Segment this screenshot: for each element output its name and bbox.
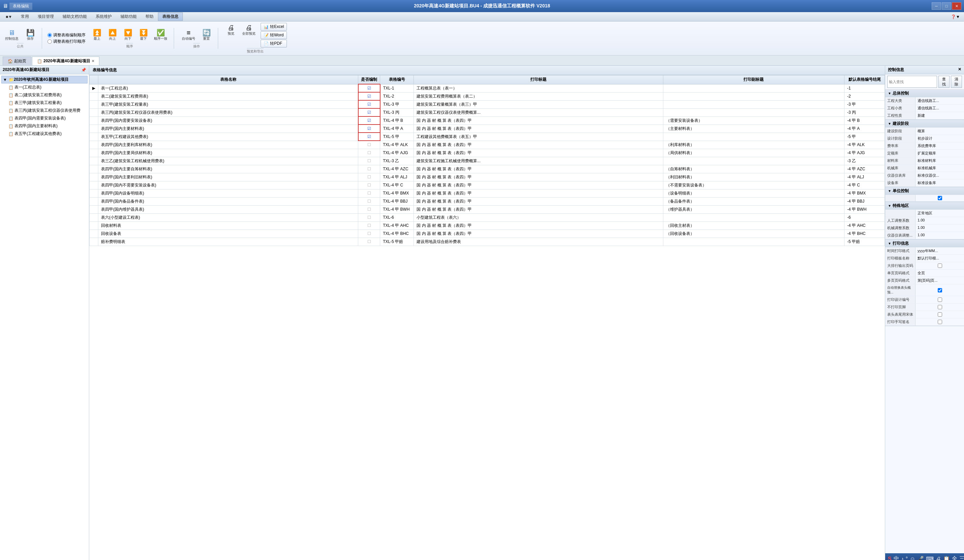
- prop-value-machine-lib[interactable]: 标准机械库: [915, 165, 964, 172]
- table-row[interactable]: 表二(建筑安装工程费用表) ☑ TXL-2 建筑安装工程费用概算表（表二） -2: [90, 92, 885, 100]
- maximize-button[interactable]: □: [942, 2, 951, 10]
- prop-value-design-stage[interactable]: 初步设计: [915, 135, 964, 142]
- prop-value-time-format[interactable]: yyyy年MM...: [915, 247, 964, 255]
- close-button[interactable]: ✕: [952, 2, 961, 10]
- row-checked[interactable]: ☐: [358, 149, 380, 157]
- prop-value-signature-cb[interactable]: [915, 318, 964, 325]
- refresh-button[interactable]: 🔄 重置: [199, 28, 214, 42]
- icon-keyboard[interactable]: ⌨: [926, 556, 934, 560]
- auto-replace-checkbox[interactable]: [938, 288, 942, 292]
- row-checked[interactable]: ☑: [358, 84, 380, 92]
- row-checked[interactable]: ☑: [358, 100, 380, 108]
- prop-value-no-footer-cb[interactable]: [915, 304, 964, 311]
- prop-value-labor-coef[interactable]: 1.00: [915, 217, 964, 224]
- table-row[interactable]: 表四甲(国内备品备件表) ☐ TXL-4 甲 BBJ 国 内 器 材 概 算 表…: [90, 197, 885, 205]
- radio-edit-order[interactable]: 调整表格编制顺序: [47, 32, 86, 38]
- table-row[interactable]: 表四甲(国内需要安装设备表) ☑ TXL-4 甲 B 国 内 器 材 概 算 表…: [90, 117, 885, 125]
- prop-value-songti-cb[interactable]: [915, 311, 964, 318]
- prop-value-fee-lib[interactable]: 系统费率库: [915, 142, 964, 149]
- tree-item-6[interactable]: 📋 表五甲(工程建设其他费表): [2, 130, 88, 138]
- prop-value-print-design-cb[interactable]: [915, 296, 964, 303]
- table-container[interactable]: 表格名称 是否编制 表格编号 打印标题 打印副标题 默认表格编号结尾 ▶ 表一(…: [89, 75, 885, 560]
- prop-value-project-nature[interactable]: 新建: [915, 112, 964, 119]
- print-design-checkbox[interactable]: [938, 297, 942, 302]
- table-row[interactable]: ▶ 表一(工程总表) ☑ TXL-1 工程概算总表（表一） -1: [90, 84, 885, 92]
- tree-item-0[interactable]: 📋 表一(工程总表): [2, 83, 88, 91]
- row-checked[interactable]: ☑: [358, 117, 380, 125]
- preview-button[interactable]: 🖨 预览: [223, 23, 238, 37]
- menu-system[interactable]: 系统维护: [91, 13, 116, 21]
- tree-item-5[interactable]: 📋 表四甲(国内主要材料表): [2, 122, 88, 130]
- tree-item-1[interactable]: 📋 表二(建筑安装工程费用表): [2, 91, 88, 99]
- icon-face[interactable]: ☺: [910, 556, 915, 560]
- signature-checkbox[interactable]: [938, 320, 942, 324]
- icon-full[interactable]: 全: [952, 555, 957, 560]
- prop-value-project-minor[interactable]: 通信线路工...: [915, 105, 964, 112]
- export-excel-button[interactable]: 📊转Excel: [261, 23, 287, 31]
- section-unit-header[interactable]: ▼ 单位控制: [885, 187, 964, 195]
- songti-checkbox[interactable]: [938, 312, 942, 317]
- row-checked[interactable]: ☐: [358, 181, 380, 189]
- unit-checkbox[interactable]: [938, 196, 942, 200]
- prop-value-auto-replace-cb[interactable]: [915, 284, 964, 296]
- prop-value-machine-coef[interactable]: 1.00: [915, 224, 964, 232]
- icon-menu[interactable]: 三: [959, 555, 964, 560]
- tab-close-icon[interactable]: ✕: [91, 59, 94, 63]
- preview-all-button[interactable]: 🖨 全部预览: [240, 23, 258, 37]
- row-checked[interactable]: ☐: [358, 173, 380, 181]
- row-checked[interactable]: ☐: [358, 197, 380, 205]
- tree-item-4[interactable]: 📋 表四甲(国内需要安装设备表): [2, 114, 88, 122]
- export-word-button[interactable]: 📝转Word: [261, 31, 287, 39]
- control-info-button[interactable]: 🖥 控制信息: [3, 28, 21, 42]
- prop-value-project-major[interactable]: 通信线路工...: [915, 97, 964, 104]
- row-checked[interactable]: ☐: [358, 157, 380, 165]
- prop-value-material-lib[interactable]: 标准材料库: [915, 157, 964, 164]
- section-general-header[interactable]: ▼ 总体控制: [885, 89, 964, 97]
- menu-docs[interactable]: 辅助文档功能: [58, 13, 91, 21]
- save-button[interactable]: 💾 保存: [23, 28, 38, 42]
- icon-mic[interactable]: 🎤: [917, 556, 924, 560]
- table-row[interactable]: 表四甲(国内主要自筹材料表) ☐ TXL-4 甲 AZC 国 内 器 材 概 算…: [90, 165, 885, 173]
- row-checked[interactable]: ☐: [358, 238, 380, 246]
- table-row[interactable]: 表五甲(工程建设其他费表) ☑ TXL-5 甲 工程建设其他费概算表（表五）甲 …: [90, 133, 885, 141]
- prop-value-unit-cb[interactable]: [915, 195, 964, 201]
- order-top-button[interactable]: ⏫ 最上: [90, 28, 104, 42]
- section-special-area-header[interactable]: ▼ 特殊地区: [885, 202, 964, 209]
- table-row[interactable]: 表四甲(国内不需要安装设备表) ☐ TXL-4 甲 C 国 内 器 材 概 算 …: [90, 181, 885, 189]
- tab-project[interactable]: 📋 2020年高速4G新建站项目 ✕: [32, 57, 99, 65]
- table-row[interactable]: 回收材料表 ☐ TXL-4 甲 AHC 国 内 器 材 概 算 表（表四）甲 （…: [90, 221, 885, 229]
- row-checked[interactable]: ☑: [358, 92, 380, 100]
- menu-table-info[interactable]: 表格信息: [158, 13, 183, 21]
- menu-help[interactable]: 帮助: [141, 13, 158, 21]
- table-row[interactable]: 赔补费明细表 ☐ TXL-5 甲赔 建设用地及综合赔补费表 -5 甲赔: [90, 238, 885, 246]
- icon-s[interactable]: S: [888, 556, 892, 560]
- icon-degree[interactable]: °: [906, 556, 908, 560]
- right-panel-close-icon[interactable]: ✕: [958, 67, 961, 73]
- radio-print-input[interactable]: [47, 39, 52, 44]
- prop-value-instrument-lib[interactable]: 标准仪器仪...: [915, 172, 964, 179]
- tree-root[interactable]: ▼ 📁 2020年钦州高速4G新建站项目: [2, 76, 88, 83]
- prop-value-template[interactable]: 默认打印模...: [915, 255, 964, 262]
- row-checked[interactable]: ☐: [358, 189, 380, 197]
- order-consistent-button[interactable]: ✅ 顺序一致: [151, 28, 170, 42]
- radio-edit-input[interactable]: [47, 33, 52, 37]
- clear-button[interactable]: 清除: [951, 76, 962, 88]
- order-bottom-button[interactable]: ⏬ 最下: [136, 28, 151, 42]
- table-row[interactable]: 表三丙(建筑安装工程仪器仪表使用费表) ☑ TXL-3 丙 建筑安装工程仪器仪表…: [90, 108, 885, 117]
- table-row[interactable]: 表三甲(建筑安装工程量表) ☑ TXL-3 甲 建筑安装工程量概算表（表三）甲 …: [90, 100, 885, 108]
- row-checked[interactable]: ☐: [358, 229, 380, 238]
- row-checked[interactable]: ☐: [358, 213, 380, 221]
- table-row[interactable]: 表六(小型建设工程表) ☐ TXL-6 小型建筑工程表（表六） -6: [90, 213, 885, 221]
- search-button[interactable]: 查找: [938, 76, 949, 88]
- prop-value-pagenum-cb[interactable]: [915, 262, 964, 269]
- table-row[interactable]: 表四甲(国内主要局供材料表) ☐ TXL-4 甲 AJG 国 内 器 材 概 算…: [90, 149, 885, 157]
- menu-app[interactable]: ■▼: [2, 13, 16, 21]
- table-row[interactable]: 表四甲(国内主要材料表) ☑ TXL-4 甲 A 国 内 器 材 概 算 表（表…: [90, 125, 885, 133]
- row-checked[interactable]: ☑: [358, 133, 380, 141]
- table-row[interactable]: 表四甲(国内主要利库材料表) ☐ TXL-4 甲 ALK 国 内 器 材 概 算…: [90, 141, 885, 149]
- order-down-button[interactable]: 🔽 向下: [120, 28, 135, 42]
- tree-item-2[interactable]: 📋 表三甲(建筑安装工程量表): [2, 99, 88, 107]
- order-up-button[interactable]: 🔼 向上: [105, 28, 120, 42]
- table-row[interactable]: 回收设备表 ☐ TXL-4 甲 BHC 国 内 器 材 概 算 表（表四）甲 （…: [90, 229, 885, 238]
- pagenum-checkbox[interactable]: [938, 263, 942, 268]
